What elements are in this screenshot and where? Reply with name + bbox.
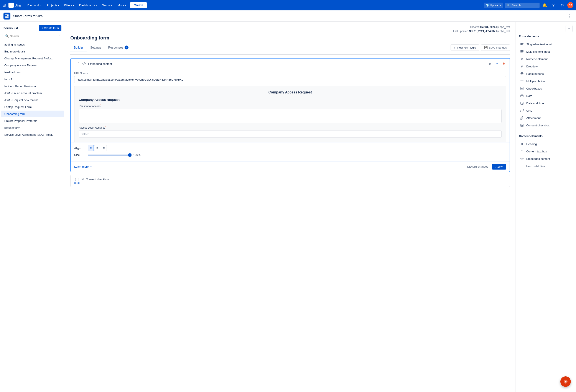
discard-changes-button[interactable]: Discard changes [465,164,490,170]
element-radio[interactable]: Radio buttons [519,70,573,78]
sidebar-item-change[interactable]: Change Management Request Profor... [1,55,64,62]
element-date-time[interactable]: Date and time [519,100,573,107]
tab-builder[interactable]: Builder [70,43,87,52]
content-elements-title: Content elements [519,134,573,138]
sidebar-item-bug[interactable]: Bug more details [1,48,64,55]
sidebar-item-onboarding[interactable]: Onboarding form [1,111,64,117]
chevron-down-icon: ▾ [40,4,41,6]
date-icon [520,94,524,98]
nav-teams[interactable]: Teams ▾ [100,3,114,8]
chevron-down-icon: ▾ [125,4,126,6]
multi-line-icon [520,50,524,54]
notifications-button[interactable]: 🔔 [541,2,548,9]
sidebar-item-form1[interactable]: form 1 [1,76,64,83]
fab-button[interactable] [560,376,571,387]
sidebar-list: adding to issues Bug more details Change… [0,41,65,392]
sidebar-item-jsm-fix[interactable]: JSM - Fix an account problem [1,90,64,97]
element-footer: Learn more ↗ Discard changes Apply [71,161,510,172]
learn-more-link[interactable]: Learn more ↗ [74,165,92,168]
edit-form-button[interactable]: ✏ [566,25,573,32]
date-time-label: Date and time [526,102,544,105]
settings-button[interactable]: ⚙ [559,2,566,9]
element-horizontal-line[interactable]: Horizontal Line [519,162,573,170]
align-center-button[interactable]: ≡ [94,145,100,151]
chevron-down-icon: ▾ [73,4,74,6]
sidebar-item-sla[interactable]: Service Level Agreement (SLA) Profor... [1,131,64,138]
nav-more[interactable]: More ▾ [116,3,128,8]
sidebar-item-adding[interactable]: adding to issues [1,41,64,48]
sidebar-item-company[interactable]: Company Access Request [1,62,64,69]
svg-rect-7 [520,51,523,52]
embedded-content-label: Embedded content [526,157,550,160]
nav-projects[interactable]: Projects ▾ [45,3,61,8]
save-icon: 💾 [484,46,488,49]
nav-your-work[interactable]: Your work ▾ [25,3,43,8]
multiple-choice-icon [520,79,524,83]
upgrade-button[interactable]: 💎 Upgrade [484,3,503,8]
url-source-input[interactable] [74,76,506,83]
element-multi-line[interactable]: Multi-line text input [519,48,573,55]
size-setting: Size: 100% [74,153,506,157]
element-url[interactable]: URL [519,107,573,114]
apply-button[interactable]: Apply [492,164,506,170]
url-icon [520,108,524,113]
sidebar-item-laptop[interactable]: Laptop Request Form [1,104,64,110]
preview-title: Company Access Request [79,90,502,94]
align-right-button[interactable]: ≡ [101,145,107,151]
content-text-label: Content text box [526,150,547,153]
sidebar-item-feedback[interactable]: feedback form [1,69,64,76]
heading-label: Heading [526,142,537,146]
element-checkboxes[interactable]: Checkboxes [519,85,573,92]
element-content-text[interactable]: " Content text box [519,148,573,155]
align-left-button[interactable]: ≡ [88,145,94,151]
form-meta: Created Oct 31, 2024 by olya_test Last u… [70,25,510,33]
upload-icon[interactable]: ↑ [58,34,60,38]
checkboxes-label: Checkboxes [526,87,542,90]
edit-element-button[interactable]: ✏ [494,61,500,67]
drag-handle-icon[interactable]: ⋮⋮ [73,62,80,66]
copy-element-button[interactable]: ⧉ [487,61,493,67]
embedded-content-element: ⋮⋮ </> Embedded content ⧉ ✏ 🗑 URL Source [70,58,510,172]
element-dropdown[interactable]: ∨ Dropdown [519,63,573,70]
grid-icon[interactable]: ⊞ [3,3,6,8]
create-form-button[interactable]: + Create form [39,25,61,31]
horizontal-line-icon [520,164,524,168]
size-value: 100% [133,153,141,157]
element-date[interactable]: Date [519,92,573,100]
size-slider[interactable] [88,155,131,156]
avatar[interactable]: OT [567,2,573,8]
element-heading[interactable]: H Heading [519,140,573,148]
sidebar-item-jsm-request[interactable]: JSM - Request new feature [1,97,64,104]
content-text-icon: " [520,149,524,154]
consent-icon: ☑ [81,178,84,181]
jira-logo[interactable]: Jira [8,3,21,8]
create-button[interactable]: Create [130,2,147,8]
tab-settings[interactable]: Settings [87,43,105,52]
search-box[interactable]: 🔍 Search [505,3,540,8]
sidebar-item-request[interactable]: request form [1,125,64,131]
more-options-button[interactable]: ⋮ [566,13,573,20]
view-form-logic-button[interactable]: ⑂ View form logic [451,44,479,51]
date-label: Date [526,94,532,98]
element-numeric[interactable]: # Numeric element [519,55,573,63]
sidebar-item-incident[interactable]: Incident Report Proforma [1,83,64,90]
consent-header: ⋮⋮ ☑ Consent checkbox [74,178,506,181]
numeric-label: Numeric element [526,57,547,61]
element-embedded-content[interactable]: </> Embedded content [519,155,573,162]
element-single-line[interactable]: Single-line text input [519,41,573,48]
tab-responses[interactable]: Responses 1 [105,43,132,52]
nav-dashboards[interactable]: Dashboards ▾ [78,3,99,8]
delete-element-button[interactable]: 🗑 [501,61,507,67]
help-button[interactable]: ? [550,2,557,9]
nav-filters[interactable]: Filters ▾ [62,3,76,8]
embedded-preview: Company Access Request Company Access Re… [74,86,506,142]
element-multiple-choice[interactable]: Multiple choice [519,78,573,85]
chevron-down-icon: ▾ [111,4,112,6]
save-changes-button[interactable]: 💾 Save changes [481,44,510,51]
search-input[interactable] [10,34,57,38]
element-consent-checkbox[interactable]: Consent checkbox [519,122,573,129]
drag-handle-icon[interactable]: ⋮⋮ [74,178,80,181]
element-attachment[interactable]: Attachment [519,114,573,122]
sidebar-item-project[interactable]: Project Proposal Proforma [1,118,64,124]
date-time-icon [520,101,524,105]
